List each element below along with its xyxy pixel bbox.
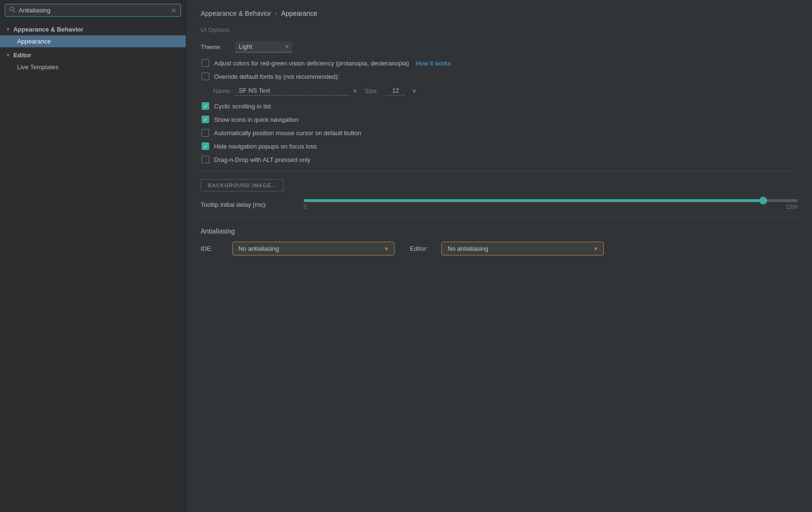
slider-fill <box>304 199 763 202</box>
checkbox-hide-nav[interactable]: ✓ <box>202 142 209 150</box>
ide-label: IDE: <box>201 245 224 252</box>
sidebar-group-label-editor: Editor <box>13 52 32 59</box>
checkbox-row-color-vision: Adjust colors for red-green vision defic… <box>201 59 798 67</box>
checkbox-override-fonts[interactable] <box>202 73 209 80</box>
checkbox-label-hide-nav[interactable]: Hide navigation popups on focus loss <box>214 143 317 150</box>
checkbox-row-hide-nav: ✓ Hide navigation popups on focus loss <box>201 142 798 150</box>
theme-value: Light <box>239 43 281 50</box>
slider-min: 0 <box>304 204 307 210</box>
slider-track <box>304 199 798 202</box>
checkbox-label-cyclic-scroll[interactable]: Cyclic scrolling in list <box>214 103 271 110</box>
editor-label: Editor: <box>410 245 434 252</box>
checkbox-row-show-icons: ✓ Show icons in quick navigation <box>201 116 798 123</box>
breadcrumb-current: Appearance <box>281 10 318 17</box>
editor-antialiasing-select[interactable]: No antialiasing ▾ <box>441 242 604 256</box>
sidebar-item-appearance[interactable]: Appearance <box>0 35 186 47</box>
ide-antialiasing-select[interactable]: No antialiasing ▾ <box>232 242 395 256</box>
sidebar: ✕ ▼ Appearance & Behavior Appearance ▼ E… <box>0 0 186 512</box>
checkbox-show-icons[interactable]: ✓ <box>202 116 209 123</box>
font-size-input[interactable] <box>386 86 405 96</box>
breadcrumb-parent: Appearance & Behavior <box>201 10 271 17</box>
main-content: Appearance & Behavior › Appearance UI Op… <box>186 0 812 512</box>
divider-1 <box>201 171 798 171</box>
antialiasing-section: Antialiasing IDE: No antialiasing ▾ Edit… <box>201 227 798 256</box>
checkbox-row-auto-position: Automatically position mouse cursor on d… <box>201 129 798 137</box>
antialiasing-row: IDE: No antialiasing ▾ Editor: No antial… <box>201 242 798 256</box>
tooltip-label: Tooltip initial delay (ms): <box>201 201 296 208</box>
chevron-down-icon-2: ▼ <box>6 53 11 58</box>
slider-thumb[interactable] <box>759 197 767 204</box>
checkbox-label-drag-drop[interactable]: Drag-n-Drop with ALT pressed only <box>214 156 310 163</box>
checkbox-cyclic-scroll[interactable]: ✓ <box>202 102 209 110</box>
editor-antialiasing-value: No antialiasing <box>448 245 590 252</box>
checkbox-drag-drop[interactable] <box>202 156 209 163</box>
divider-2 <box>201 217 798 218</box>
checkbox-color-vision[interactable] <box>202 59 209 67</box>
breadcrumb-separator: › <box>275 10 278 17</box>
checkbox-label-auto-position[interactable]: Automatically position mouse cursor on d… <box>214 129 362 137</box>
clear-icon[interactable]: ✕ <box>171 7 177 14</box>
editor-antialiasing-arrow: ▾ <box>594 245 598 252</box>
antialiasing-title: Antialiasing <box>201 227 798 235</box>
section-label-ui-options: UI Options <box>201 27 798 33</box>
checkbox-label-color-vision[interactable]: Adjust colors for red-green vision defic… <box>214 60 409 67</box>
checkbox-label-show-icons[interactable]: Show icons in quick navigation <box>214 116 299 123</box>
search-bar[interactable]: ✕ <box>5 4 181 17</box>
theme-row: Theme: Light ▾ <box>201 41 798 53</box>
theme-select[interactable]: Light ▾ <box>235 41 292 53</box>
sidebar-item-live-templates[interactable]: Live Templates <box>0 61 186 73</box>
slider-container: 0 1200 <box>304 199 798 210</box>
sidebar-group-appearance-behavior: ▼ Appearance & Behavior Appearance <box>0 22 186 48</box>
font-name-container: Name: ▾ <box>213 86 357 96</box>
ide-antialiasing-value: No antialiasing <box>238 245 381 252</box>
checkbox-row-cyclic-scroll: ✓ Cyclic scrolling in list <box>201 102 798 110</box>
font-name-dropdown-arrow[interactable]: ▾ <box>353 87 357 95</box>
checkbox-row-override-fonts: Override default fonts by (not recommend… <box>201 73 798 80</box>
size-label: Size: <box>364 87 378 95</box>
theme-dropdown-arrow: ▾ <box>285 43 288 50</box>
checkbox-row-drag-drop: Drag-n-Drop with ALT pressed only <box>201 156 798 163</box>
search-icon <box>9 6 16 14</box>
chevron-down-icon: ▼ <box>6 27 11 32</box>
svg-line-1 <box>13 11 15 12</box>
sidebar-group-label: Appearance & Behavior <box>13 26 84 33</box>
sidebar-group-header-editor[interactable]: ▼ Editor <box>0 49 186 61</box>
slider-max: 1200 <box>786 204 798 210</box>
theme-label: Theme: <box>201 43 229 51</box>
tooltip-row: Tooltip initial delay (ms): 0 1200 <box>201 199 798 210</box>
ide-antialiasing-arrow: ▾ <box>385 245 388 252</box>
bg-image-button[interactable]: BACKGROUND IMAGE... <box>201 179 284 192</box>
checkbox-label-override-fonts[interactable]: Override default fonts by (not recommend… <box>214 73 339 80</box>
slider-range-labels: 0 1200 <box>304 204 798 210</box>
how-it-works-link[interactable]: How it works <box>416 60 451 67</box>
font-row: Name: ▾ Size: ▾ <box>213 86 798 96</box>
breadcrumb: Appearance & Behavior › Appearance <box>201 10 798 17</box>
checkbox-auto-position[interactable] <box>202 129 209 137</box>
font-name-label: Name: <box>213 87 231 95</box>
font-size-arrow[interactable]: ▾ <box>413 87 416 95</box>
sidebar-group-header-appearance-behavior[interactable]: ▼ Appearance & Behavior <box>0 23 186 35</box>
search-input[interactable] <box>19 7 168 14</box>
font-name-input[interactable] <box>235 86 350 96</box>
sidebar-group-editor: ▼ Editor Live Templates <box>0 48 186 74</box>
